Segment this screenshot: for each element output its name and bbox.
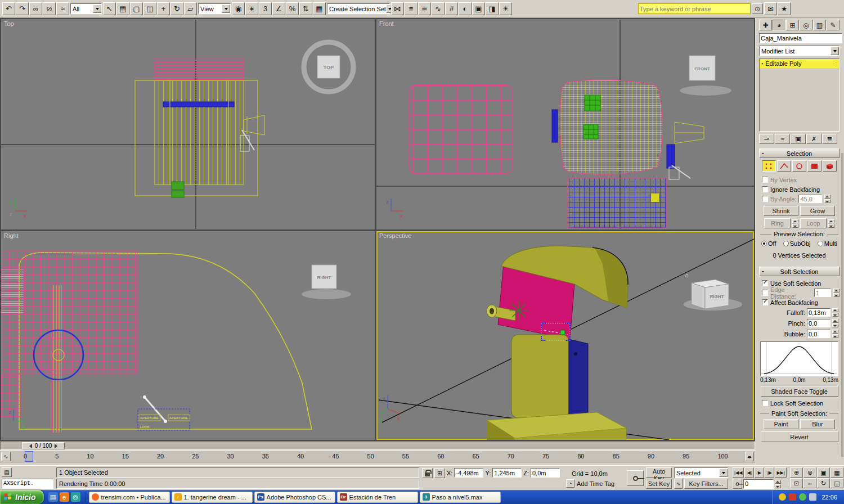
edge-distance-input[interactable] — [814, 289, 831, 297]
select-by-name-icon[interactable]: ▤ — [116, 2, 129, 15]
viewport-perspective[interactable]: Perspective — [376, 231, 754, 440]
align-icon[interactable]: ≡ — [405, 2, 417, 15]
frame-spinner[interactable] — [775, 480, 781, 488]
pin-stack-icon[interactable]: ⊸ — [759, 134, 774, 144]
element-subobject-button[interactable] — [823, 160, 837, 172]
snaps-toggle-icon[interactable]: 3 — [259, 2, 272, 15]
maxscript-mini-listener[interactable]: AXScript. — [2, 479, 53, 489]
stack-item-editable-poly[interactable]: ▪ Editable Poly ·: — [760, 59, 839, 68]
taskbar-task-button[interactable]: Ps Adobe Photoshop CS... — [254, 492, 335, 503]
falloff-input[interactable] — [807, 308, 830, 317]
by-angle-input[interactable] — [798, 195, 822, 203]
set-key-button[interactable]: Set Key — [646, 479, 672, 489]
shaded-face-toggle-button[interactable]: Shaded Face Toggle — [761, 386, 838, 397]
angle-snap-icon[interactable]: ∠ — [272, 2, 285, 15]
ignore-backfacing-checkbox[interactable] — [762, 186, 768, 192]
unlink-selection-icon[interactable]: ⊘ — [43, 2, 56, 15]
use-pivot-point-center-icon[interactable]: ◉ — [232, 2, 245, 15]
viewport-top[interactable]: Top — [1, 19, 375, 230]
bubble-spinner[interactable] — [832, 330, 838, 338]
preview-subobj-radio[interactable] — [783, 241, 789, 246]
selection-lock-toggle[interactable] — [422, 468, 433, 478]
show-desktop-icon[interactable]: ▤ — [48, 492, 58, 502]
zoom-all-icon[interactable]: ⊚ — [803, 467, 816, 478]
modifier-list-dropdown[interactable]: Modifier List — [759, 46, 839, 56]
track-bar[interactable]: ∿ 05101520253035404550556065707580859095… — [0, 450, 755, 462]
dropdown-arrow-icon[interactable] — [719, 469, 728, 477]
rectangular-selection-region-icon[interactable]: ▢ — [130, 2, 143, 15]
vertex-subobject-button[interactable] — [762, 160, 776, 172]
edge-distance-spinner[interactable] — [833, 289, 839, 297]
tray-volume-icon[interactable] — [809, 493, 816, 501]
select-and-manipulate-icon[interactable]: ∗ — [245, 2, 258, 15]
dropdown-arrow-icon[interactable] — [830, 47, 839, 55]
spinner-snap-icon[interactable]: ⇅ — [299, 2, 312, 15]
object-name-input[interactable] — [759, 33, 842, 43]
search-icon[interactable]: ⊙ — [752, 3, 763, 14]
viewport-label[interactable]: Right — [4, 232, 19, 239]
min-max-toggle-icon[interactable]: ◲ — [830, 478, 843, 488]
set-keys-button[interactable] — [627, 470, 644, 486]
percent-snap-icon[interactable]: % — [286, 2, 299, 15]
schematic-view-icon[interactable]: # — [445, 2, 458, 15]
loop-spinner[interactable] — [828, 219, 834, 228]
paint-button[interactable]: Paint — [764, 419, 798, 429]
pan-icon[interactable]: ⇔ — [803, 478, 816, 488]
auto-key-button[interactable]: Auto Key — [646, 467, 672, 478]
dropdown-arrow-icon[interactable] — [93, 4, 101, 13]
render-setup-icon[interactable]: ▣ — [472, 2, 485, 15]
make-unique-icon[interactable]: ▣ — [791, 134, 806, 144]
start-button[interactable]: Inicio — [0, 490, 44, 504]
curve-editor-icon[interactable]: ∿ — [432, 2, 445, 15]
select-object-icon[interactable]: ↖ — [103, 2, 116, 15]
show-end-result-icon[interactable]: ≈ — [775, 134, 790, 144]
taskbar-task-button[interactable]: Br Estación de Tren — [337, 492, 418, 503]
falloff-spinner[interactable] — [832, 308, 838, 317]
mirror-icon[interactable]: ⋈ — [391, 2, 404, 15]
taskbar-task-button[interactable]: 3 Paso a nivel5.max — [420, 492, 501, 503]
border-subobject-button[interactable] — [792, 160, 806, 172]
go-to-start-button[interactable]: |◀◀ — [733, 467, 744, 478]
quick-render-icon[interactable]: ☀ — [499, 2, 512, 15]
key-mode-dropdown[interactable]: Selected — [674, 467, 728, 478]
trackbar-scroll-icon[interactable]: ◂▸ — [745, 452, 754, 461]
tab-motion[interactable]: ◎ — [800, 20, 812, 30]
media-player-icon[interactable]: ◎ — [71, 492, 80, 502]
grow-button[interactable]: Grow — [800, 206, 835, 216]
x-coordinate-input[interactable] — [454, 468, 483, 478]
ring-spinner[interactable] — [792, 219, 798, 228]
render-type-icon[interactable]: ◨ — [486, 2, 499, 15]
affect-backfacing-checkbox[interactable] — [762, 299, 768, 305]
select-and-rotate-icon[interactable]: ↻ — [170, 2, 183, 15]
bubble-input[interactable] — [807, 330, 830, 338]
previous-frame-button[interactable]: ◀| — [744, 467, 754, 478]
select-and-link-icon[interactable]: ∞ — [29, 2, 42, 15]
search-input[interactable] — [639, 4, 750, 13]
remove-modifier-icon[interactable]: ✗ — [806, 134, 821, 144]
taskbar-task-button[interactable]: trensim.com • Publica... — [89, 492, 170, 503]
by-angle-checkbox[interactable] — [762, 196, 768, 202]
viewport-right[interactable]: Right — [1, 231, 375, 440]
loop-button[interactable]: Loop — [800, 218, 827, 228]
arc-rotate-icon[interactable]: ↻ — [817, 478, 830, 488]
next-frame-arrow-icon[interactable] — [55, 444, 57, 448]
shrink-button[interactable]: Shrink — [764, 206, 798, 216]
z-coordinate-input[interactable] — [531, 468, 560, 478]
default-tangent-icon[interactable]: ∿ — [674, 479, 683, 489]
zoom-region-icon[interactable]: ⊡ — [790, 478, 803, 488]
maxscript-listener-icon[interactable]: ▤ — [2, 467, 12, 477]
communicate-icon[interactable]: ✉ — [764, 2, 777, 15]
viewport-label[interactable]: Perspective — [379, 232, 411, 239]
pinch-spinner[interactable] — [832, 319, 838, 327]
next-frame-button[interactable]: |▶ — [765, 467, 774, 478]
material-editor-icon[interactable]: ◐ — [459, 2, 472, 15]
time-tag-icon[interactable]: ◔ — [566, 479, 574, 488]
zoom-icon[interactable]: ⊕ — [790, 467, 803, 478]
blur-button[interactable]: Blur — [800, 419, 835, 429]
pinch-input[interactable] — [807, 319, 830, 327]
add-time-tag[interactable]: ◔ Add Time Tag — [566, 479, 614, 488]
previous-frame-arrow-icon[interactable] — [29, 444, 32, 448]
edge-subobject-button[interactable] — [777, 160, 791, 172]
key-filters-button[interactable]: Key Filters... — [684, 479, 728, 489]
absolute-mode-toggle[interactable]: ⊞ — [434, 468, 445, 478]
